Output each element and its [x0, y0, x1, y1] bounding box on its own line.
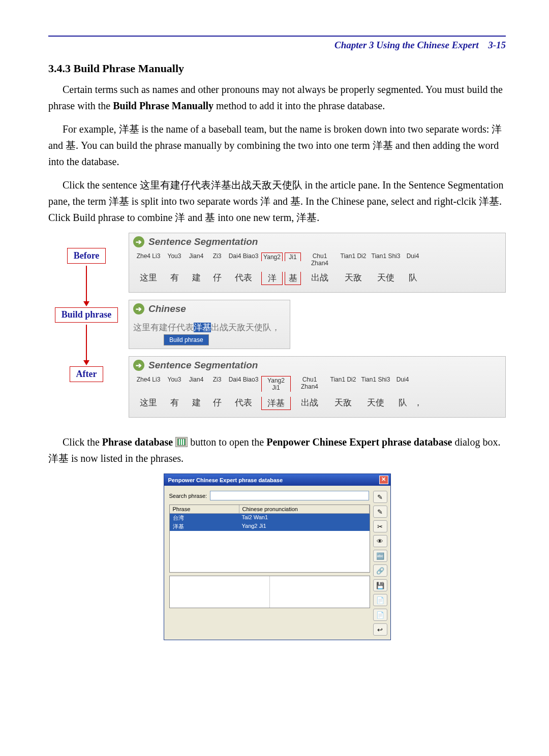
pinyin-cell: Zi3 [207, 251, 227, 268]
paragraph-4: Click the Phrase database button to open… [48, 434, 506, 466]
hanzi-cell[interactable]: 天使 [359, 393, 392, 411]
col-phrase[interactable]: Phrase [170, 505, 239, 513]
hanzi-cell[interactable]: 洋基 [260, 393, 292, 411]
seg-title: Sentence Segmentation [148, 360, 258, 371]
pinyin-cell: Chu1 Zhan4 [292, 375, 327, 393]
pinyin-cell: Ji1 [284, 251, 302, 268]
search-label: Search phrase: [169, 493, 207, 499]
toolbar-button[interactable]: 💾 [373, 579, 387, 591]
chinese-sentence[interactable]: 这里有建仔代表洋基出战天敌天使队， [133, 319, 286, 334]
arrow-right-icon: ➔ [133, 303, 144, 314]
pinyin-cell: Dui4 [392, 375, 413, 393]
col-pronunciation[interactable]: Chinese pronunciation [239, 505, 370, 513]
toolbar-button[interactable]: 👁 [373, 535, 387, 547]
hanzi-cell[interactable]: 代表 [227, 268, 260, 286]
toolbar-button[interactable]: ✎ [373, 491, 387, 503]
build-phrase-menu-item[interactable]: Build phrase [164, 334, 209, 345]
hanzi-cell[interactable]: 天敌 [327, 393, 359, 411]
pinyin-cell [413, 375, 422, 393]
seg-title: Sentence Segmentation [148, 236, 258, 247]
table-row[interactable]: 台湾Tai2 Wan1 [170, 514, 370, 522]
hanzi-cell[interactable]: ， [413, 393, 422, 411]
chapter-title: Chapter 3 Using the Chinese Expert [334, 40, 478, 50]
arrow-right-icon: ➔ [133, 236, 144, 247]
paragraph-2: For example, 洋基 is the name of a basebal… [48, 121, 506, 170]
flow-build-box: Build phrase [55, 307, 118, 323]
phrase-database-icon [175, 437, 188, 447]
page-number: 3-15 [488, 40, 506, 50]
flow-arrow-icon [86, 266, 87, 305]
arrow-right-icon: ➔ [133, 360, 144, 371]
toolbar-button[interactable]: 📄 [373, 594, 387, 606]
hanzi-cell[interactable]: 有 [164, 393, 185, 411]
pinyin-cell: Zhe4 Li3 [133, 375, 164, 393]
toolbar-button[interactable]: 🔗 [373, 564, 387, 577]
hanzi-cell[interactable]: 天敌 [338, 268, 369, 286]
toolbar-button[interactable]: ✎ [373, 506, 387, 518]
hanzi-cell[interactable]: 出战 [292, 393, 327, 411]
pinyin-cell: Zhe4 Li3 [133, 251, 164, 268]
pinyin-cell: Dai4 Biao3 [227, 375, 260, 393]
hanzi-cell[interactable]: 这里 [133, 268, 164, 286]
phrase-database-dialog: Penpower Chinese Expert phrase database … [164, 474, 391, 640]
hanzi-cell[interactable]: 代表 [227, 393, 260, 411]
pinyin-cell: Yang2 Ji1 [260, 375, 292, 393]
hanzi-cell[interactable]: 仔 [207, 393, 227, 411]
pinyin-cell: Dai4 Biao3 [227, 251, 260, 268]
toolbar-button[interactable]: ✂ [373, 520, 387, 532]
pinyin-cell: You3 [164, 375, 185, 393]
chinese-title: Chinese [148, 303, 186, 314]
hanzi-cell[interactable]: 建 [185, 268, 207, 286]
pinyin-cell: Zi3 [207, 375, 227, 393]
hanzi-cell[interactable]: 队 [392, 393, 413, 411]
pinyin-cell: Yang2 [260, 251, 284, 268]
pinyin-cell: Tian1 Shi3 [359, 375, 392, 393]
search-input[interactable] [210, 491, 369, 500]
segmentation-panel-after: ➔ Sentence Segmentation Zhe4 Li3You3Jian… [129, 356, 506, 418]
paragraph-1: Certain terms such as names and other pr… [48, 81, 506, 114]
example-figure: Before Build phrase After ➔ Sentence Seg… [48, 233, 506, 425]
hanzi-cell[interactable]: 天使 [369, 268, 403, 286]
page-header: Chapter 3 Using the Chinese Expert 3-15 [48, 40, 506, 51]
pinyin-cell: Tian1 Di2 [338, 251, 369, 268]
table-row[interactable]: 洋基Yang2 Ji1 [170, 522, 370, 531]
hanzi-cell[interactable]: 基 [284, 268, 302, 286]
hanzi-cell[interactable]: 有 [164, 268, 185, 286]
pinyin-cell: Chu1 Zhan4 [302, 251, 338, 268]
toolbar-button[interactable]: 📄 [373, 609, 387, 621]
paragraph-3: Click the sentence 这里有建仔代表洋基出战天敌天使队 in t… [48, 177, 506, 226]
section-heading: 3.4.3 Build Phrase Manually [48, 62, 506, 75]
flow-arrow-icon [86, 325, 87, 364]
pinyin-cell: Jian4 [185, 375, 207, 393]
flow-before-box: Before [67, 248, 106, 264]
pinyin-cell: You3 [164, 251, 185, 268]
pinyin-cell: Tian1 Di2 [327, 375, 359, 393]
dialog-title: Penpower Chinese Expert phrase database [168, 477, 283, 483]
segmentation-panel-before: ➔ Sentence Segmentation Zhe4 Li3You3Jian… [129, 233, 506, 293]
pinyin-cell: Dui4 [403, 251, 423, 268]
phrase-table: Phrase Chinese pronunciation 台湾Tai2 Wan1… [169, 505, 370, 573]
detail-panel [169, 576, 370, 608]
hanzi-cell[interactable]: 仔 [207, 268, 227, 286]
chinese-panel: ➔ Chinese 这里有建仔代表洋基出战天敌天使队， Build phrase [129, 300, 290, 349]
close-icon[interactable]: ✕ [379, 476, 388, 484]
hanzi-cell[interactable]: 洋 [260, 268, 284, 286]
selected-text[interactable]: 洋基 [194, 323, 211, 332]
toolbar-button[interactable]: ↩ [373, 623, 387, 636]
hanzi-cell[interactable]: 这里 [133, 393, 164, 411]
pinyin-cell: Jian4 [185, 251, 207, 268]
hanzi-cell[interactable]: 队 [403, 268, 423, 286]
hanzi-cell[interactable]: 出战 [302, 268, 338, 286]
hanzi-cell[interactable]: 建 [185, 393, 207, 411]
flow-after-box: After [70, 366, 104, 382]
toolbar-button[interactable]: 🔤 [373, 550, 387, 562]
pinyin-cell: Tian1 Shi3 [369, 251, 403, 268]
